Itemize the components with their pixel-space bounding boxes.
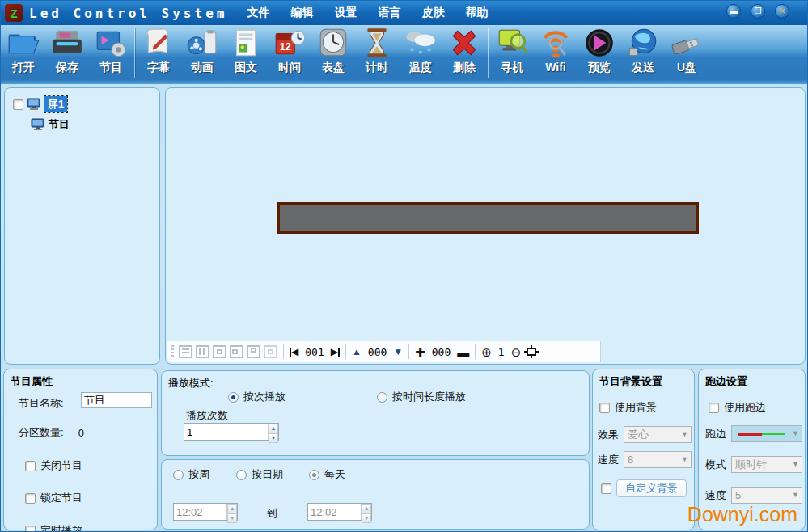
close-program-checkbox[interactable] (25, 461, 36, 471)
daily-radio[interactable] (309, 470, 319, 480)
spin-up-icon[interactable]: ▲ (269, 424, 278, 433)
strip-separator (345, 344, 346, 359)
start-time-spinner[interactable]: ▲ ▼ (173, 503, 238, 521)
wifi-button[interactable]: Wifi (534, 27, 577, 82)
find-device-button[interactable]: 寻机 (490, 27, 534, 82)
play-times-spinner[interactable]: ▲ ▼ (184, 423, 279, 441)
tree-item-program-label[interactable]: 节目 (49, 117, 70, 132)
animation-button[interactable]: 动画 (180, 27, 224, 82)
layout-free-button[interactable] (264, 345, 277, 358)
move-up-button[interactable]: ▲ (352, 347, 362, 357)
menu-file[interactable]: 文件 (247, 6, 269, 20)
minimize-button[interactable]: ▬ (726, 4, 741, 19)
send-button[interactable]: 发送 (621, 27, 665, 82)
menu-language[interactable]: 语言 (378, 6, 400, 20)
preview-toolbar: ◀ 001 ▶ ▲ 000 ▼ ✚ 000 ▬ ⊕ 1 ⊖ (167, 341, 601, 362)
spin-down-icon[interactable]: ▼ (227, 513, 237, 523)
use-border-checkbox[interactable] (709, 403, 719, 413)
layout-left-button[interactable] (230, 345, 243, 358)
play-by-duration-radio[interactable] (377, 392, 387, 403)
by-week-radio[interactable] (173, 470, 184, 480)
clock-dial-button[interactable]: 表盘 (311, 27, 355, 82)
timed-play-checkbox[interactable] (25, 526, 36, 532)
end-time-spinner[interactable]: ▲ ▼ (307, 503, 372, 521)
to-label: 到 (267, 506, 277, 521)
chevron-down-icon: ▼ (792, 429, 799, 437)
spin-up-icon[interactable]: ▲ (362, 504, 371, 513)
panel-title: 跑边设置 (705, 374, 805, 389)
lock-program-checkbox[interactable] (25, 493, 36, 504)
menu-edit[interactable]: 编辑 (290, 6, 313, 20)
bg-speed-dropdown[interactable]: 8 ▼ (624, 451, 692, 468)
window-controls: ▬ ❐ ✕ (726, 4, 789, 19)
screen-checkbox[interactable] (13, 99, 23, 110)
use-background-checkbox[interactable] (599, 403, 610, 413)
close-button[interactable]: ✕ (775, 4, 789, 19)
timer-button[interactable]: 计时 (355, 27, 399, 82)
by-date-label: 按日期 (252, 467, 283, 482)
subtitle-button[interactable]: 字幕 (137, 27, 180, 82)
wifi-icon (539, 27, 573, 59)
subtitle-icon (142, 27, 176, 59)
strip-separator (475, 344, 476, 359)
fit-screen-icon[interactable] (524, 345, 539, 358)
move-down-button[interactable]: ▼ (393, 347, 403, 357)
time-button[interactable]: 12 时间 (268, 27, 311, 82)
tree-item-screen[interactable]: 屏1 (13, 96, 159, 112)
image-text-button[interactable]: 图文 (224, 27, 268, 82)
animation-icon (185, 27, 219, 59)
col-value: 000 (429, 346, 454, 358)
usb-button[interactable]: U盘 (665, 27, 709, 82)
custom-background-checkbox[interactable] (601, 483, 611, 494)
add-button[interactable]: ✚ (415, 346, 425, 358)
toolbar-grip[interactable] (171, 345, 174, 358)
partition-count-label: 分区数量: (19, 425, 64, 440)
play-mode-panel: 播放模式: 按次播放 按时间长度播放 播放次数 ▲ ▼ (161, 370, 590, 456)
save-button[interactable]: 保存 (45, 27, 89, 82)
menu-settings[interactable]: 设置 (334, 6, 357, 20)
remove-button[interactable]: ▬ (457, 346, 469, 358)
play-times-input[interactable] (184, 424, 268, 440)
delete-button[interactable]: 删除 (442, 27, 486, 82)
program-button[interactable]: 节目 (89, 27, 133, 82)
svg-text:12: 12 (280, 41, 291, 53)
border-mode-dropdown[interactable]: 顺时针 ▼ (731, 456, 802, 473)
zoom-in-icon[interactable]: ⊕ (481, 346, 492, 358)
temperature-button[interactable]: 温度 (399, 27, 442, 82)
timed-play-label: 定时播放 (40, 523, 82, 532)
border-mode-label: 模式 (705, 458, 726, 472)
open-button[interactable]: 打开 (2, 27, 45, 82)
zoom-out-icon[interactable]: ⊖ (511, 346, 522, 358)
custom-background-button[interactable]: 自定义背景 (616, 479, 687, 497)
by-date-radio[interactable] (236, 470, 247, 480)
play-by-times-radio[interactable] (228, 392, 239, 403)
end-time-input[interactable] (308, 504, 361, 520)
spin-down-icon[interactable]: ▼ (362, 513, 371, 523)
preview-button[interactable]: 预览 (577, 27, 621, 82)
effect-dropdown[interactable]: 爱心 ▼ (624, 426, 692, 443)
last-page-button[interactable]: ▶ (331, 347, 340, 357)
border-style-dropdown[interactable]: ▼ (731, 425, 802, 442)
play-by-times-label: 按次播放 (243, 390, 286, 404)
start-time-input[interactable] (174, 504, 226, 520)
chevron-down-icon: ▼ (681, 455, 688, 463)
app-logo-icon: Z (5, 4, 23, 22)
menu-help[interactable]: 帮助 (465, 6, 488, 20)
border-style-swatch (738, 433, 785, 436)
layout-columns-button[interactable] (196, 345, 209, 358)
tree-item-program[interactable]: 节目 (31, 117, 159, 132)
lock-program-label: 锁定节目 (40, 491, 82, 505)
spin-down-icon[interactable]: ▼ (269, 433, 278, 443)
tree-item-screen-label[interactable]: 屏1 (44, 96, 67, 112)
spin-up-icon[interactable]: ▲ (227, 504, 237, 513)
schedule-panel: 按周 按日期 每天 ▲ ▼ 到 ▲ ▼ (161, 459, 590, 530)
program-name-input[interactable] (81, 392, 152, 408)
maximize-button[interactable]: ❐ (751, 4, 765, 19)
layout-center-button[interactable] (213, 345, 226, 358)
border-speed-dropdown[interactable]: 5 ▼ (731, 487, 802, 504)
layout-top-button[interactable] (247, 345, 260, 358)
layout-rows-button[interactable] (179, 345, 192, 358)
menu-skin[interactable]: 皮肤 (421, 6, 444, 20)
first-page-button[interactable]: ◀ (290, 347, 298, 357)
led-screen-preview[interactable] (277, 202, 699, 234)
